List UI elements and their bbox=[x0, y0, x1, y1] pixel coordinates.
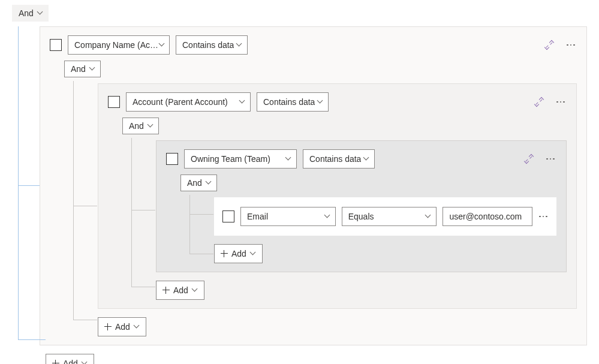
group3-checkbox[interactable] bbox=[166, 153, 178, 165]
collapse-icon[interactable] bbox=[534, 97, 544, 107]
chevron-down-icon bbox=[89, 66, 95, 72]
group1-checkbox[interactable] bbox=[50, 39, 62, 51]
more-icon[interactable] bbox=[538, 210, 548, 222]
chevron-down-icon bbox=[148, 123, 153, 129]
plus-icon bbox=[52, 360, 59, 364]
chevron-down-icon bbox=[317, 99, 323, 105]
group1-add-label: Add bbox=[115, 322, 130, 332]
group1-operator-dropdown[interactable]: And bbox=[64, 61, 101, 77]
chevron-down-icon bbox=[159, 42, 164, 48]
group3-operator-label: And bbox=[187, 178, 202, 188]
collapse-icon[interactable] bbox=[524, 154, 534, 164]
group2-checkbox[interactable] bbox=[108, 96, 120, 108]
tree-line bbox=[18, 26, 19, 339]
tree-line bbox=[73, 81, 74, 320]
condition-field-label: Email bbox=[247, 212, 268, 221]
group3-field-dropdown[interactable]: Owning Team (Team) bbox=[184, 149, 297, 169]
chevron-down-icon bbox=[82, 360, 88, 364]
group1-add-button[interactable]: Add bbox=[98, 317, 146, 336]
chevron-down-icon bbox=[250, 251, 256, 257]
group1-condition-dropdown[interactable]: Contains data bbox=[176, 35, 248, 55]
related-entity-group-2: Account (Parent Account) Contains data bbox=[98, 83, 577, 309]
condition-value-input[interactable]: user@contoso.com bbox=[443, 207, 532, 226]
chevron-down-icon bbox=[363, 156, 369, 162]
group2-operator-dropdown[interactable]: And bbox=[122, 118, 159, 134]
root-add-label: Add bbox=[63, 359, 78, 364]
group1-condition-label: Contains data bbox=[182, 40, 234, 50]
group3-condition-dropdown[interactable]: Contains data bbox=[303, 149, 375, 169]
chevron-down-icon bbox=[236, 42, 242, 48]
group2-add-label: Add bbox=[173, 285, 188, 295]
root-operator-label: And bbox=[19, 8, 34, 18]
group3-condition-label: Contains data bbox=[309, 154, 361, 164]
tree-line bbox=[131, 210, 155, 210]
related-entity-group-1: Company Name (Accou... Contains data And bbox=[40, 26, 587, 345]
group2-condition-label: Contains data bbox=[263, 97, 315, 107]
root-operator-dropdown[interactable]: And bbox=[12, 5, 49, 22]
group2-operator-label: And bbox=[129, 121, 144, 131]
condition-field-dropdown[interactable]: Email bbox=[240, 207, 336, 226]
group3-add-label: Add bbox=[231, 249, 246, 258]
chevron-down-icon bbox=[425, 213, 431, 219]
condition-operator-dropdown[interactable]: Equals bbox=[342, 207, 437, 226]
related-entity-group-3: Owning Team (Team) Contains data bbox=[156, 140, 567, 272]
tree-line bbox=[131, 287, 155, 287]
tree-line bbox=[189, 214, 213, 215]
tree-line bbox=[73, 206, 97, 206]
filter-builder: And Company Name (Accou... Contains data bbox=[0, 0, 599, 364]
plus-icon bbox=[221, 250, 228, 257]
chevron-down-icon bbox=[285, 156, 291, 162]
group2-field-dropdown[interactable]: Account (Parent Account) bbox=[126, 92, 251, 112]
condition-checkbox[interactable] bbox=[222, 210, 234, 222]
chevron-down-icon bbox=[324, 213, 330, 219]
group3-field-label: Owning Team (Team) bbox=[191, 154, 270, 164]
chevron-down-icon bbox=[192, 287, 198, 293]
collapse-icon[interactable] bbox=[544, 40, 554, 50]
group1-field-label: Company Name (Accou... bbox=[74, 40, 159, 50]
plus-icon bbox=[162, 287, 170, 294]
group3-add-button[interactable]: Add bbox=[214, 244, 263, 263]
group1-operator-label: And bbox=[71, 64, 86, 74]
group3-operator-dropdown[interactable]: And bbox=[180, 175, 217, 191]
tree-line bbox=[18, 185, 40, 186]
more-icon[interactable] bbox=[555, 96, 567, 108]
chevron-down-icon bbox=[134, 324, 140, 330]
tree-line bbox=[189, 254, 213, 254]
group1-field-dropdown[interactable]: Company Name (Accou... bbox=[68, 35, 170, 55]
group2-field-label: Account (Parent Account) bbox=[133, 97, 228, 107]
tree-line bbox=[189, 195, 190, 254]
more-icon[interactable] bbox=[544, 153, 556, 165]
condition-value-text: user@contoso.com bbox=[449, 212, 522, 221]
tree-line bbox=[73, 320, 97, 320]
condition-row: Email Equals bbox=[214, 197, 556, 236]
group2-add-button[interactable]: Add bbox=[156, 281, 204, 300]
condition-operator-label: Equals bbox=[348, 212, 374, 221]
tree-line bbox=[131, 138, 132, 287]
root-add-button[interactable]: Add bbox=[46, 354, 94, 364]
group2-condition-dropdown[interactable]: Contains data bbox=[257, 92, 329, 112]
plus-icon bbox=[104, 323, 112, 330]
more-icon[interactable] bbox=[565, 39, 577, 51]
chevron-down-icon bbox=[239, 99, 245, 105]
chevron-down-icon bbox=[206, 180, 212, 186]
chevron-down-icon bbox=[37, 10, 43, 16]
